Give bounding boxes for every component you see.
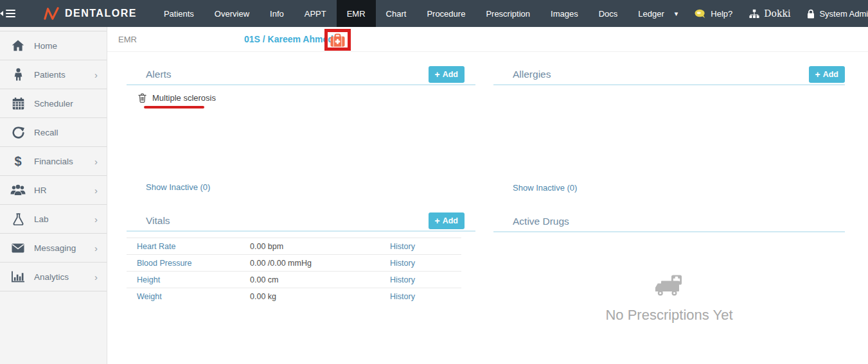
alert-list-item: Multiple sclerosis <box>127 91 475 104</box>
active-drugs-section-header: Active Drugs <box>493 212 845 232</box>
navbar-right-cluster: ▾ Help? Dokki System Admi <box>675 8 868 19</box>
vital-history-link[interactable]: History <box>390 242 415 251</box>
brand-name: DENTALORE <box>65 8 137 19</box>
chevron-right-icon: › <box>94 69 98 80</box>
sidebar-item-label: Analytics <box>34 272 94 282</box>
plus-icon: + <box>435 216 440 225</box>
nav-item-emr[interactable]: EMR <box>337 0 376 27</box>
empty-state-text: No Prescriptions Yet <box>605 307 732 324</box>
sidebar-item-home[interactable]: Home <box>0 31 107 60</box>
sidebar-item-label: Recall <box>34 128 98 137</box>
sidebar-item-label: Financials <box>34 157 94 166</box>
vitals-row: Heart Rate 0.00 bpm History <box>127 238 461 254</box>
right-column: Allergies +Add Show Inactive (0) Active … <box>493 52 845 364</box>
vital-label: Heart Rate <box>127 242 250 251</box>
nav-item-procedure[interactable]: Procedure <box>416 0 475 27</box>
user-label: System Administrator <box>819 9 868 19</box>
envelope-icon <box>10 243 26 253</box>
vitals-section-header: Vitals +Add <box>127 211 475 232</box>
vital-history-link[interactable]: History <box>390 275 415 284</box>
app-logo[interactable]: DENTALORE <box>44 6 137 21</box>
chevron-right-icon: › <box>94 156 98 167</box>
brand-n-icon <box>44 6 59 21</box>
dokki-label: Dokki <box>764 8 790 19</box>
vitals-row: Blood Pressure 0.00 /0.00 mmHg History <box>127 254 461 271</box>
home-icon <box>10 40 26 51</box>
alerts-title: Alerts <box>146 69 429 80</box>
sidebar-item-label: Scheduler <box>34 99 98 108</box>
sidebar-item-lab[interactable]: Lab › <box>0 205 107 234</box>
nav-item-images[interactable]: Images <box>540 0 589 27</box>
allergies-show-inactive-link[interactable]: Show Inactive (0) <box>513 183 577 193</box>
nav-item-appt[interactable]: APPT <box>294 0 337 27</box>
trash-icon[interactable] <box>138 93 146 103</box>
sidebar-item-analytics[interactable]: Analytics › <box>0 263 107 291</box>
dokki-button[interactable]: Dokki <box>749 8 790 19</box>
sidebar-item-recall[interactable]: Recall <box>0 118 107 147</box>
lock-icon <box>807 9 815 19</box>
alerts-section-header: Alerts +Add <box>127 65 475 85</box>
annotation-highlight-box <box>324 29 351 51</box>
sidebar-item-patients[interactable]: Patients › <box>0 60 107 89</box>
allergies-title: Allergies <box>513 69 809 80</box>
top-navbar: DENTALORE Patients Overview Info APPT EM… <box>0 0 868 27</box>
nav-item-prescription[interactable]: Prescription <box>475 0 540 27</box>
sidebar-item-hr[interactable]: HR › <box>0 176 107 205</box>
sidebar-item-financials[interactable]: $ Financials › <box>0 147 107 176</box>
chevron-right-icon: › <box>94 185 98 196</box>
nav-item-patients[interactable]: Patients <box>154 0 204 27</box>
chevron-right-icon: › <box>94 214 98 225</box>
vitals-table: Heart Rate 0.00 bpm History Blood Pressu… <box>127 238 461 304</box>
sidebar-item-scheduler[interactable]: Scheduler <box>0 89 107 118</box>
person-icon <box>10 68 26 81</box>
user-menu[interactable]: System Administrator ▾ <box>807 9 868 19</box>
sidebar-item-label: Home <box>34 41 98 51</box>
flask-icon <box>10 213 26 225</box>
sitemap-icon <box>749 9 759 19</box>
vital-history-link[interactable]: History <box>390 292 415 301</box>
dollar-icon: $ <box>10 154 26 169</box>
people-icon <box>10 184 26 196</box>
nav-item-chart[interactable]: Chart <box>376 0 417 27</box>
main-nav: Patients Overview Info APPT EMR Chart Pr… <box>154 0 675 27</box>
sidebar: Home Patients › Scheduler <box>0 27 107 364</box>
patient-link[interactable]: 01S / Kareem Ahmed <box>244 34 333 44</box>
breadcrumb-bar: EMR 01S / Kareem Ahmed <box>107 27 868 52</box>
vital-value: 0.00 bpm <box>250 242 390 251</box>
plus-icon: + <box>435 70 440 79</box>
main-content: Alerts +Add Multiple sclerosis Show Inac… <box>107 52 868 364</box>
alerts-add-button[interactable]: +Add <box>429 66 465 83</box>
sidebar-item-messaging[interactable]: Messaging › <box>0 234 107 263</box>
chat-bubble-icon <box>695 9 706 19</box>
breadcrumb-section: EMR <box>118 35 137 44</box>
prescriptions-empty-state: No Prescriptions Yet <box>493 275 845 324</box>
allergies-add-button[interactable]: +Add <box>809 66 846 83</box>
sidebar-item-label: Messaging <box>34 243 94 253</box>
vitals-row: Weight 0.00 kg History <box>127 288 461 304</box>
medical-kit-icon[interactable] <box>330 33 346 48</box>
nav-more-dropdown[interactable]: ▾ <box>675 10 678 18</box>
nav-item-docs[interactable]: Docs <box>589 0 628 27</box>
vital-history-link[interactable]: History <box>390 259 415 268</box>
vital-label: Weight <box>127 292 250 301</box>
annotation-underline <box>144 106 204 108</box>
vitals-add-button[interactable]: +Add <box>429 212 465 229</box>
sidebar-item-label: Patients <box>34 70 94 80</box>
vital-value: 0.00 /0.00 mmHg <box>250 259 390 268</box>
help-label: Help? <box>711 9 732 19</box>
nav-item-info[interactable]: Info <box>260 0 294 27</box>
alerts-show-inactive-link[interactable]: Show Inactive (0) <box>146 182 210 192</box>
nav-item-overview[interactable]: Overview <box>204 0 260 27</box>
alert-label: Multiple sclerosis <box>152 93 216 103</box>
help-button[interactable]: Help? <box>695 9 732 19</box>
nav-item-ledger[interactable]: Ledger <box>628 0 674 27</box>
chevron-right-icon: › <box>94 243 98 254</box>
chevron-right-icon: › <box>94 272 98 282</box>
collapse-arrow-icon <box>0 11 3 16</box>
sidebar-toggle-button[interactable] <box>0 0 15 27</box>
sidebar-item-label: HR <box>34 186 94 195</box>
plus-icon: + <box>815 70 820 79</box>
vitals-row: Height 0.00 cm History <box>127 271 461 288</box>
refresh-icon <box>10 126 26 139</box>
vital-value: 0.00 cm <box>250 275 390 284</box>
